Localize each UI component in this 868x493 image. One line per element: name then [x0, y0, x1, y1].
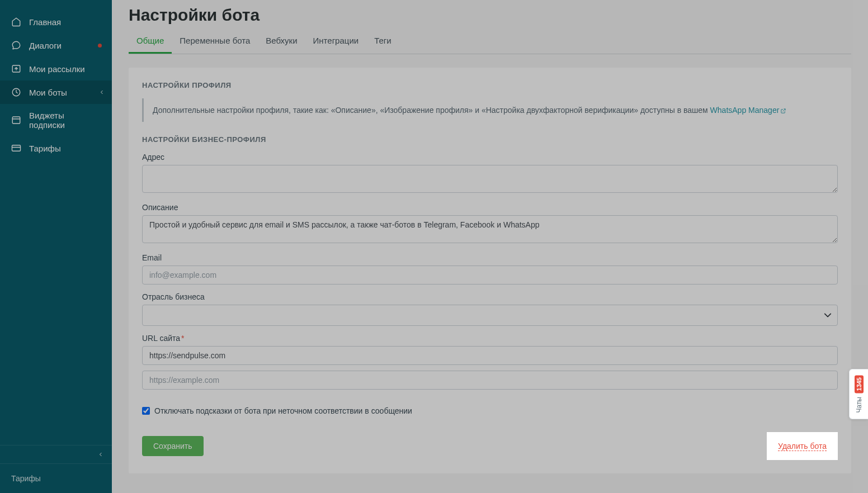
sidebar-item-pricing[interactable]: Тарифы	[0, 136, 112, 160]
delete-bot-link[interactable]: Удалить бота	[778, 442, 827, 451]
main-content: Настройки бота Общие Переменные бота Веб…	[112, 0, 868, 493]
sidebar-item-label: Тарифы	[29, 144, 61, 153]
address-label: Адрес	[142, 153, 838, 162]
actions-row: Сохранить Удалить бота	[142, 432, 838, 460]
sidebar-footer-link[interactable]: Тарифы	[0, 464, 112, 493]
svg-rect-2	[12, 117, 20, 124]
chat-widget[interactable]: 1345 Чаты	[849, 369, 868, 419]
sidebar-item-label: Виджеты подписки	[29, 111, 101, 130]
address-input[interactable]	[142, 165, 838, 193]
industry-label: Отрасль бизнеса	[142, 292, 838, 301]
page-title: Настройки бота	[129, 6, 851, 25]
settings-form: НАСТРОЙКИ ПРОФИЛЯ Дополнительные настрой…	[129, 68, 851, 473]
sidebar-collapse-button[interactable]	[0, 445, 112, 464]
description-input[interactable]	[142, 215, 838, 243]
sidebar-item-label: Мои рассылки	[29, 64, 85, 74]
sidebar-item-widgets[interactable]: Виджеты подписки	[0, 104, 112, 136]
delete-link-container: Удалить бота	[767, 432, 838, 460]
sidebar-item-home[interactable]: Главная	[0, 10, 112, 34]
disable-hints-row: Отключать подсказки от бота при неточном…	[142, 406, 838, 415]
disable-hints-checkbox[interactable]	[142, 407, 150, 415]
home-icon	[11, 17, 21, 27]
bot-icon	[11, 87, 21, 97]
sidebar-bottom: Тарифы	[0, 445, 112, 493]
business-settings-header: НАСТРОЙКИ БИЗНЕС-ПРОФИЛЯ	[142, 135, 838, 144]
description-label: Описание	[142, 203, 838, 212]
sidebar-item-label: Мои боты	[29, 88, 67, 97]
card-icon	[11, 143, 21, 153]
profile-settings-header: НАСТРОЙКИ ПРОФИЛЯ	[142, 81, 838, 89]
widget-icon	[11, 115, 21, 125]
sidebar: Главная Диалоги Мои рассылки Мои боты Ви…	[0, 0, 112, 493]
disable-hints-label: Отключать подсказки от бота при неточном…	[154, 406, 412, 415]
sidebar-item-bots[interactable]: Мои боты	[0, 80, 112, 104]
sidebar-item-dialogs[interactable]: Диалоги	[0, 34, 112, 57]
tab-webhooks[interactable]: Вебхуки	[258, 29, 305, 54]
tab-variables[interactable]: Переменные бота	[172, 29, 258, 54]
sidebar-item-label: Диалоги	[29, 41, 62, 50]
tab-integrations[interactable]: Интеграции	[305, 29, 367, 54]
tab-general[interactable]: Общие	[129, 29, 172, 54]
profile-info-box: Дополнительные настройки профиля, такие …	[142, 98, 838, 122]
url-input-2[interactable]	[142, 371, 838, 390]
tabs-bar: Общие Переменные бота Вебхуки Интеграции…	[129, 29, 851, 54]
email-label: Email	[142, 253, 838, 262]
notification-dot-icon	[98, 44, 102, 48]
chevron-left-icon	[97, 451, 104, 458]
sidebar-item-label: Главная	[29, 17, 61, 27]
external-link-icon	[780, 108, 786, 114]
tab-tags[interactable]: Теги	[366, 29, 399, 54]
chat-widget-label: Чаты	[855, 397, 863, 413]
sidebar-item-campaigns[interactable]: Мои рассылки	[0, 57, 112, 80]
svg-rect-3	[12, 145, 21, 151]
upload-icon	[11, 64, 21, 74]
save-button[interactable]: Сохранить	[142, 436, 204, 456]
info-text: Дополнительные настройки профиля, такие …	[153, 106, 710, 115]
email-input[interactable]	[142, 266, 838, 285]
chat-icon	[11, 40, 21, 50]
url-label: URL сайта*	[142, 334, 838, 343]
whatsapp-manager-link[interactable]: WhatsApp Manager	[710, 106, 787, 115]
url-input-1[interactable]	[142, 346, 838, 365]
chat-count-badge: 1345	[855, 375, 864, 393]
industry-select[interactable]	[142, 305, 838, 326]
chevron-left-icon	[98, 89, 105, 96]
